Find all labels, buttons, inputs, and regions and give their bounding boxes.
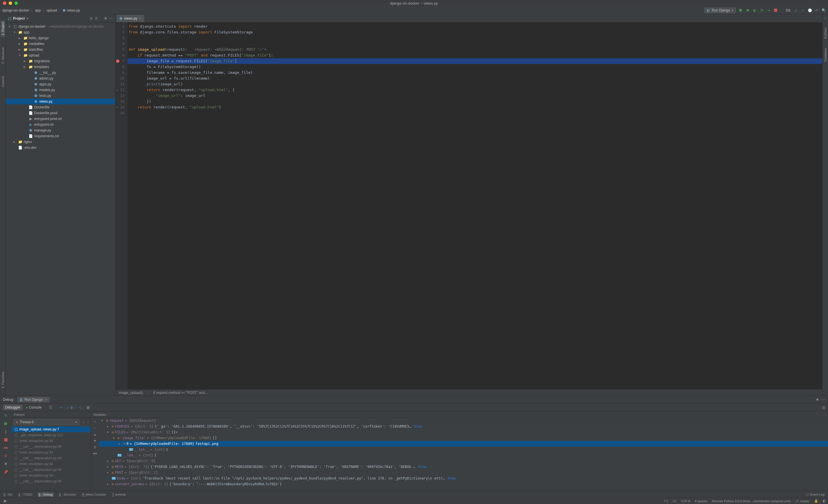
git-branch[interactable]: ⎇ master <box>795 499 810 503</box>
run-configuration-select[interactable]: ◧Run Django▾ <box>704 7 736 13</box>
debug-settings-icon[interactable]: ✱ <box>816 398 819 402</box>
pin-icon[interactable]: 📌 <box>3 469 9 475</box>
bottom-tab[interactable]: 6: TODO <box>17 492 34 497</box>
maximize-window-button[interactable] <box>14 1 18 5</box>
frame-row[interactable]: ▢__call__, deprecation.py:94 <box>11 444 91 450</box>
tree-row[interactable]: ▶📁templates <box>6 64 115 70</box>
search-everywhere-icon[interactable]: 🔍 <box>822 8 826 12</box>
stop-icon[interactable] <box>774 8 778 12</box>
down-watch-icon[interactable]: ▼ <box>93 439 97 443</box>
editor-gutter[interactable]: ⇥⇥ 12345678910111213141516 <box>115 22 127 389</box>
tree-row[interactable]: ▶📁hello_django <box>6 35 115 41</box>
tree-row[interactable]: ▶entrypoint.sh <box>6 122 115 128</box>
debug-hide-icon[interactable]: — <box>822 398 825 402</box>
add-watch-icon[interactable]: ＋ <box>93 419 97 424</box>
variable-row[interactable]: 01 __len__ = {int} 1 <box>99 447 828 452</box>
frames-list[interactable]: ▢image_upload, views.py:7▢_get_response,… <box>11 426 91 491</box>
sciview-tool-tab[interactable]: SciView <box>823 26 828 41</box>
tree-row[interactable]: ⬢models.py <box>6 87 115 93</box>
variable-row[interactable]: ▶≡ GET = {QueryDict: 0} <box>99 458 828 464</box>
step-out-icon[interactable]: ↑ <box>74 405 76 409</box>
project-panel-title[interactable]: ▢Project▾ <box>8 16 28 20</box>
code-content[interactable]: from django.shortcuts import renderfrom … <box>127 22 822 389</box>
editor-tab[interactable]: ⬢views.py× <box>117 15 144 22</box>
tree-row[interactable]: 📄requirements.txt <box>6 133 115 139</box>
pause-icon[interactable]: ‖ <box>3 429 9 434</box>
debug-config-tab[interactable]: ◧Run Django× <box>17 397 50 403</box>
frame-row[interactable]: ▢__call__, deprecation.py:94 <box>11 478 91 484</box>
variable-row[interactable]: ▶≡ META = {dict: 71} {'PYDEVD_LOAD_VALUE… <box>99 464 828 470</box>
frame-row[interactable]: ▢__call__, deprecation.py:94 <box>11 467 91 472</box>
hide-icon[interactable]: — <box>109 16 113 20</box>
copy-icon[interactable]: ⧉ <box>94 445 96 449</box>
remove-watch-icon[interactable]: − <box>94 426 96 430</box>
lock-icon[interactable]: 🔒 <box>814 499 818 503</box>
tree-row[interactable]: ⬢manage.py <box>6 128 115 133</box>
tree-row[interactable]: ▶📁staticfiles <box>6 47 115 52</box>
layout-icon[interactable]: ☰ <box>49 405 52 409</box>
tree-row[interactable]: ⬢views.py <box>6 99 115 104</box>
stop-debug-icon[interactable] <box>3 437 9 443</box>
variable-row[interactable]: ▶≡ content_params = {dict: 1} {'boundary… <box>99 481 828 487</box>
tree-row[interactable]: 📄.env.dev <box>6 145 115 150</box>
frame-row[interactable]: ▢inner, exception.py:34 <box>11 450 91 455</box>
git-history-icon[interactable]: 🕘 <box>808 8 812 12</box>
tree-row[interactable]: ⬢tests.py <box>6 93 115 99</box>
favorites-tool-tab[interactable]: 2: Favorites <box>1 370 5 390</box>
settings-icon[interactable]: ✱ <box>104 16 107 20</box>
tree-row[interactable]: 📄Dockerfile <box>6 104 115 110</box>
tree-row[interactable]: ▶entrypoint.prod.sh <box>6 116 115 122</box>
up-watch-icon[interactable]: ▲ <box>93 432 97 437</box>
force-step-icon[interactable]: ⇊ <box>70 405 73 409</box>
rerun-icon[interactable]: ↻ <box>3 413 9 418</box>
view-breakpoints-icon[interactable]: ●● <box>3 445 9 451</box>
frame-row[interactable]: ▢inner, exception.py:34 <box>11 438 91 444</box>
console-tab[interactable]: ▸ Console <box>24 405 44 410</box>
tree-row[interactable]: ▼▢django-on-docker~/repos/testdriven/dja… <box>6 24 115 30</box>
resume-icon[interactable] <box>3 421 9 426</box>
tree-row[interactable]: ⬢__init__.py <box>6 70 115 76</box>
memory-icon[interactable]: ◧ <box>823 499 826 503</box>
attach-icon[interactable]: ⇥ <box>767 8 771 12</box>
project-tool-tab[interactable]: 1: Project <box>1 20 5 37</box>
mute-breakpoints-icon[interactable]: ⊘ <box>3 453 9 459</box>
event-log-button[interactable]: ▢ Event Log <box>805 492 826 497</box>
variable-row[interactable]: ▶≡ 0 = {InMemoryUploadedFile: 17680} fas… <box>99 441 828 447</box>
frame-row[interactable]: ▢inner, exception.py:34 <box>11 461 91 467</box>
bottom-tab[interactable]: 9: Git <box>2 492 13 497</box>
tree-row[interactable]: ⬢apps.py <box>6 81 115 87</box>
tree-row[interactable]: ▼📁upload <box>6 52 115 58</box>
frame-row[interactable]: ▢__call__, deprecation.py:94 <box>11 455 91 461</box>
thread-select[interactable]: ●Thread-6 ▾ <box>13 419 80 425</box>
step-into-my-icon[interactable]: ⇣ <box>66 405 69 409</box>
profile-icon[interactable]: ◔ <box>760 8 764 12</box>
editor-body[interactable]: ⇥⇥ 12345678910111213141516 from django.s… <box>115 22 822 389</box>
watches-icon[interactable]: 👓 <box>93 452 97 456</box>
minimize-window-button[interactable] <box>9 1 12 5</box>
bottom-tab[interactable]: Python Console <box>81 492 107 497</box>
run-to-cursor-icon[interactable]: →| <box>77 405 81 409</box>
step-into-icon[interactable]: ↓ <box>63 405 65 409</box>
project-tree[interactable]: ▼▢django-on-docker~/repos/testdriven/dja… <box>6 22 115 396</box>
frame-row[interactable]: ▢_get_response, base.py:113 <box>11 432 91 438</box>
frame-row[interactable]: ▢image_upload, views.py:7 <box>11 426 91 432</box>
step-over-icon[interactable]: ⤻ <box>59 405 62 409</box>
coverage-icon[interactable]: ◐ <box>753 8 757 12</box>
tree-row[interactable]: 📄Dockerfile.prod <box>6 110 115 116</box>
tool-windows-icon[interactable]: ▣ <box>3 499 6 503</box>
debugger-tab[interactable]: Debugger <box>3 405 23 410</box>
tree-row[interactable]: ▶📁nginx <box>6 139 115 145</box>
commit-tool-tab[interactable]: Commit <box>1 75 5 89</box>
frame-row[interactable]: ▢inner, exception.py:34 <box>11 472 91 478</box>
evaluate-icon[interactable]: ▦ <box>87 405 90 409</box>
tree-row[interactable]: ⬢admin.py <box>6 76 115 81</box>
git-commit-icon[interactable]: ✓ <box>801 8 805 12</box>
interpreter[interactable]: Remote Python 3.8.0 Dock…cker/docker-com… <box>712 499 790 503</box>
tree-row[interactable]: ▼📁app <box>6 30 115 35</box>
encoding[interactable]: UTF-8 <box>681 499 690 503</box>
debug-icon[interactable]: ✱ <box>746 8 750 12</box>
code-breadcrumb[interactable]: image_upload()〉 if request.method == "PO… <box>115 389 822 396</box>
variable-row[interactable]: ▶≡ POST = {QueryDict: 1} <box>99 470 828 475</box>
variable-row[interactable]: ▼≡ FILES = {MultiValueDict: 1} ]}> <box>99 429 828 435</box>
inspection-ok-icon[interactable]: ✓ <box>824 16 827 20</box>
